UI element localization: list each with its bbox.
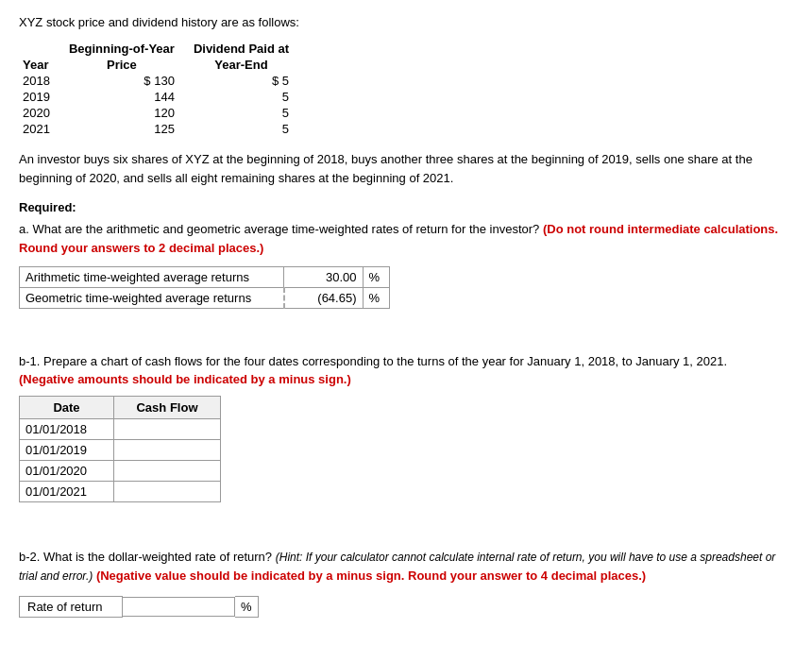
intro-text: XYZ stock price and dividend history are… [19, 15, 793, 29]
answer-label: Geometric time-weighted average returns [20, 288, 284, 309]
b1-title: b-1. Prepare a chart of cash flows for t… [19, 354, 727, 368]
ror-input-cell [123, 597, 235, 617]
cf-input[interactable] [120, 464, 214, 478]
col-yearend-sub: Year-End [190, 57, 304, 73]
answer-input[interactable] [291, 291, 357, 305]
ror-unit: % [235, 596, 259, 618]
cf-input[interactable] [120, 443, 214, 457]
stock-cell: 5 [190, 121, 304, 137]
cf-value-cell[interactable] [114, 482, 221, 502]
section-b2: b-2. What is the dollar-weighted rate of… [19, 548, 793, 585]
col-year-header [19, 41, 65, 57]
question-a-text: a. What are the arithmetic and geometric… [19, 222, 539, 236]
cf-input[interactable] [120, 484, 214, 499]
stock-cell: 144 [65, 89, 190, 105]
answer-input[interactable] [291, 270, 357, 284]
cf-value-cell[interactable] [114, 419, 221, 440]
description-text: An investor buys six shares of XYZ at th… [19, 150, 793, 187]
b1-subtitle: (Negative amounts should be indicated by… [19, 372, 793, 386]
ror-label: Rate of return [19, 596, 123, 618]
cf-input[interactable] [120, 422, 214, 436]
col-year-sub: Year [19, 57, 65, 73]
b2-text: b-2. What is the dollar-weighted rate of… [19, 550, 272, 564]
stock-cell: $ 130 [65, 73, 190, 89]
answer-value-cell[interactable] [284, 267, 364, 288]
stock-cell: 5 [190, 105, 304, 121]
cf-value-cell[interactable] [114, 461, 221, 482]
section-b1: b-1. Prepare a chart of cash flows for t… [19, 354, 793, 502]
cf-date: 01/01/2018 [20, 419, 114, 440]
answer-unit: % [363, 267, 389, 288]
stock-cell: $ 5 [190, 73, 304, 89]
stock-cell: 2018 [19, 73, 65, 89]
b2-red: (Negative value should be indicated by a… [96, 569, 646, 583]
col-boy-header: Beginning-of-Year [65, 41, 190, 57]
ror-row: Rate of return % [19, 596, 793, 618]
stock-cell: 120 [65, 105, 190, 121]
cf-value-cell[interactable] [114, 440, 221, 461]
cf-date: 01/01/2019 [20, 440, 114, 461]
answer-value-cell[interactable] [284, 288, 364, 309]
stock-cell: 2021 [19, 121, 65, 137]
question-a: a. What are the arithmetic and geometric… [19, 220, 793, 257]
cf-date-header: Date [20, 397, 114, 419]
stock-cell: 2020 [19, 105, 65, 121]
col-div-header: Dividend Paid at [190, 41, 304, 57]
ror-input[interactable] [127, 600, 230, 614]
answer-unit: % [363, 288, 389, 309]
col-price-sub: Price [65, 57, 190, 73]
stock-table: Beginning-of-Year Dividend Paid at Year … [19, 41, 304, 137]
answer-label: Arithmetic time-weighted average returns [20, 267, 284, 288]
stock-cell: 2019 [19, 89, 65, 105]
cashflow-table: Date Cash Flow 01/01/201801/01/201901/01… [19, 396, 221, 502]
answers-table: Arithmetic time-weighted average returns… [19, 266, 390, 309]
cf-date: 01/01/2021 [20, 482, 114, 502]
cf-date: 01/01/2020 [20, 461, 114, 482]
stock-cell: 125 [65, 121, 190, 137]
cf-flow-header: Cash Flow [114, 397, 221, 419]
stock-cell: 5 [190, 89, 304, 105]
required-label: Required: [19, 200, 793, 214]
